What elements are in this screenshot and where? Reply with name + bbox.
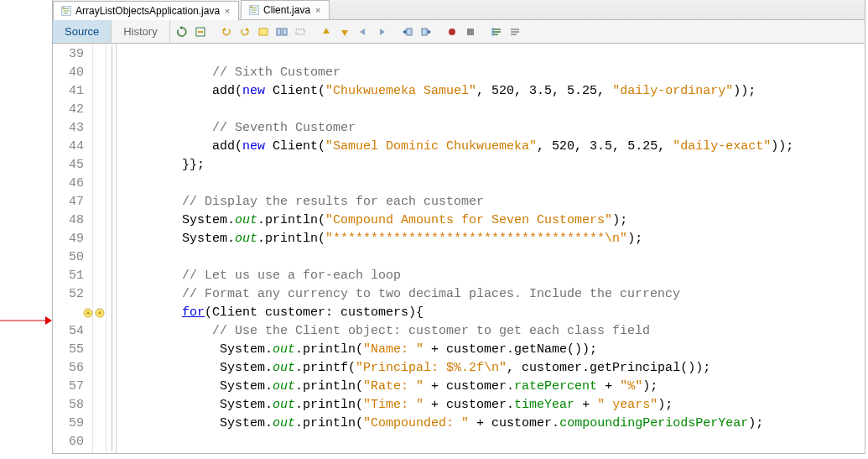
file-tab-client[interactable]: Client.java × xyxy=(241,0,330,19)
fold-slot xyxy=(107,267,116,285)
editor-toolbar: Source History xyxy=(53,20,865,44)
glyph-slot xyxy=(93,45,106,64)
fold-slot xyxy=(107,285,116,304)
glyph-slot xyxy=(93,304,106,322)
code-line[interactable]: for(Client customer: customers){ xyxy=(122,304,865,322)
glyph-slot xyxy=(93,341,106,359)
fold-slot xyxy=(107,156,116,175)
code-line[interactable]: // Format any currency to two decimal pl… xyxy=(122,285,865,304)
svg-point-22 xyxy=(449,29,455,35)
code-line[interactable]: // Let us use a for-each loop xyxy=(122,267,865,285)
fold-slot xyxy=(107,248,116,267)
glyph-slot xyxy=(93,64,106,82)
code-line[interactable]: // Sixth Customer xyxy=(122,64,865,82)
fold-slot xyxy=(107,378,116,396)
line-number: 54 xyxy=(53,322,92,341)
tab-label: ArrayListObjectsApplication.java xyxy=(75,5,220,17)
file-tab-arraylist[interactable]: ArrayListObjectsApplication.java × xyxy=(53,1,239,20)
code-line[interactable] xyxy=(122,45,865,64)
editor-panel: ArrayListObjectsApplication.java × Clien… xyxy=(52,0,865,454)
update-icon[interactable] xyxy=(192,23,209,40)
comment-icon[interactable] xyxy=(488,23,505,40)
code-line[interactable]: // Use the Client object: customer to ge… xyxy=(122,322,865,341)
code-line[interactable]: }}; xyxy=(122,156,865,175)
fold-slot xyxy=(107,101,116,119)
line-number: 51 xyxy=(53,267,92,285)
refresh-icon[interactable] xyxy=(174,23,190,40)
rect-icon[interactable] xyxy=(292,23,309,40)
close-icon[interactable]: × xyxy=(223,7,231,15)
fold-slot xyxy=(107,341,116,359)
svg-point-3 xyxy=(62,7,65,9)
code-line[interactable]: add(new Client("Chukwuemeka Samuel", 520… xyxy=(122,82,865,101)
line-number-gutter: 3940414243444546474849505152545556575859… xyxy=(53,44,93,453)
select-icon[interactable] xyxy=(273,23,290,40)
line-number: 48 xyxy=(53,211,92,230)
code-content[interactable]: // Sixth Customer add(new Client("Chukwu… xyxy=(117,44,865,453)
svg-marker-1 xyxy=(45,316,52,325)
source-view-tab[interactable]: Source xyxy=(53,20,112,43)
svg-rect-20 xyxy=(422,29,427,35)
code-line[interactable]: System.out.println("Rate: " + customer.r… xyxy=(122,378,865,396)
code-line[interactable] xyxy=(122,101,865,119)
glyph-slot xyxy=(93,248,106,267)
svg-marker-15 xyxy=(341,30,348,36)
line-number: 40 xyxy=(53,64,92,82)
glyph-slot xyxy=(93,101,106,119)
undo-icon[interactable] xyxy=(218,23,235,40)
glyph-slot xyxy=(93,211,106,230)
fold-slot xyxy=(107,119,116,138)
line-number: 46 xyxy=(53,175,92,193)
record-icon[interactable] xyxy=(444,23,460,40)
fold-slot xyxy=(107,396,116,415)
glyph-margin xyxy=(93,44,107,453)
code-line[interactable]: // Display the results for each customer xyxy=(122,193,865,211)
fold-margin xyxy=(107,44,117,453)
pointer-arrow xyxy=(0,316,52,326)
svg-rect-10 xyxy=(259,29,268,35)
line-number: 43 xyxy=(53,119,92,138)
fold-slot xyxy=(107,175,116,193)
code-line[interactable]: System.out.println("Time: " + customer.t… xyxy=(122,396,865,415)
line-number: 55 xyxy=(53,341,92,359)
glyph-slot xyxy=(93,378,106,396)
glyph-slot xyxy=(93,359,106,378)
code-line[interactable]: add(new Client("Samuel Dominic Chukwueme… xyxy=(122,138,865,156)
line-number: 57 xyxy=(53,378,92,396)
redo-icon[interactable] xyxy=(236,23,253,40)
glyph-slot xyxy=(93,119,106,138)
tab-label: Client.java xyxy=(263,4,310,16)
nav-down-icon[interactable] xyxy=(336,23,353,40)
glyph-slot xyxy=(93,415,106,433)
code-line[interactable]: System.out.printf("Principal: $%.2f\n", … xyxy=(122,359,865,378)
warning-icon xyxy=(94,307,106,319)
code-line[interactable]: System.out.println("Compounded: " + cust… xyxy=(122,415,865,433)
highlight-icon[interactable] xyxy=(255,23,272,40)
stop-icon[interactable] xyxy=(462,23,479,40)
code-line[interactable]: System.out.println("Name: " + customer.g… xyxy=(122,341,865,359)
nav-fwd-icon[interactable] xyxy=(373,23,390,40)
glyph-slot xyxy=(93,82,106,101)
code-line[interactable] xyxy=(122,248,865,267)
code-line[interactable]: System.out.println("********************… xyxy=(122,230,865,248)
java-file-icon xyxy=(60,5,72,17)
code-line[interactable] xyxy=(122,175,865,193)
close-icon[interactable]: × xyxy=(314,6,322,14)
code-line[interactable]: System.out.println("Compound Amounts for… xyxy=(122,211,865,230)
nav-up-icon[interactable] xyxy=(318,23,335,40)
line-number: 39 xyxy=(53,45,92,64)
shift-right-icon[interactable] xyxy=(418,23,434,40)
history-view-tab[interactable]: History xyxy=(112,20,169,43)
code-line[interactable]: // Seventh Customer xyxy=(122,119,865,138)
uncomment-icon[interactable] xyxy=(507,23,523,40)
code-line[interactable] xyxy=(122,433,865,451)
line-number: 58 xyxy=(53,396,92,415)
toolbar-icons xyxy=(170,20,527,43)
glyph-slot xyxy=(93,230,106,248)
line-number: 47 xyxy=(53,193,92,211)
shift-left-icon[interactable] xyxy=(399,23,416,40)
fold-slot xyxy=(107,415,116,433)
code-editor[interactable]: 3940414243444546474849505152545556575859… xyxy=(53,44,865,453)
svg-rect-18 xyxy=(407,29,412,35)
nav-back-icon[interactable] xyxy=(355,23,372,40)
